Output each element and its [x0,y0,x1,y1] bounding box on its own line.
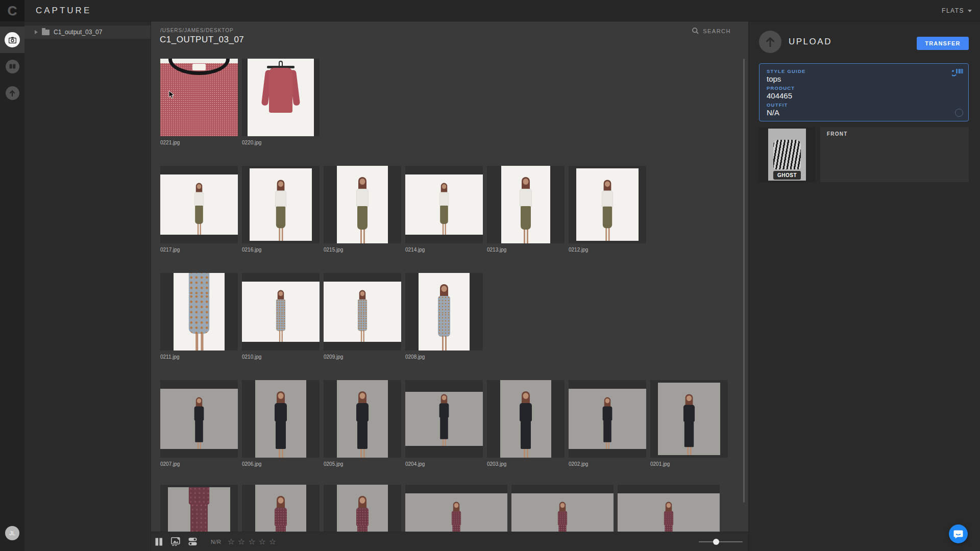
photo-thumbnail[interactable] [242,59,320,136]
photo-filename: 0211.jpg [160,354,238,360]
workflow-selector-dropdown[interactable]: FLATS [942,0,972,21]
star-icon[interactable]: ☆ [238,538,245,546]
photo-cell: 0202.jpg [569,380,646,467]
chat-launcher-button[interactable] [949,524,968,543]
outfit-value: N/A [767,108,961,117]
photo-thumbnail[interactable] [242,380,320,458]
photo-cell: 0207.jpg [160,380,238,467]
photo-thumbnail[interactable] [324,380,401,458]
front-shot-label: FRONT [827,131,847,137]
upload-circle-icon [759,31,781,53]
photo-cell: 0208.jpg [405,273,483,360]
rail-item-upload[interactable] [0,80,24,106]
rail-item-capture[interactable] [0,27,24,53]
workflow-selector-label: FLATS [942,7,964,14]
star-icon[interactable]: ☆ [227,538,234,546]
photo-thumbnail[interactable] [160,166,238,243]
product-value: 404465 [767,91,961,100]
ghost-badge: GHOST [773,171,801,180]
photo-thumbnail[interactable] [160,273,238,350]
photo-cell: 0211.jpg [160,273,238,360]
top-bar: C CAPTURE FLATS [0,0,980,21]
expand-caret-icon[interactable] [35,30,38,34]
bottom-toolbar: N/R ☆ ☆ ☆ ☆ ☆ [151,532,748,551]
rating-label: N/R [211,539,221,545]
upload-title: UPLOAD [789,37,832,47]
photo-filename: 0209.jpg [324,354,401,360]
photo-thumbnail[interactable] [569,166,646,243]
photo-cell: 0214.jpg [405,166,483,253]
photo-group-row: 0217.jpg 0216.jpg 0215.jpg 0214.jpg 0213… [160,166,646,253]
photo-thumbnail[interactable] [324,166,401,243]
photo-filename: 0214.jpg [405,247,483,253]
photo-group-row: 0211.jpg 0210.jpg 0209.jpg 0208.jpg [160,273,483,360]
breadcrumb: /USERS/JAMES/DESKTOP [160,28,234,33]
book-icon [6,60,19,73]
style-guide-label: STYLE GUIDE [767,68,961,74]
photo-filename: 0220.jpg [242,140,320,145]
app-logo[interactable]: C [0,0,24,21]
folder-name: C1_output_03_07 [54,29,102,36]
thumbnail-size-slider[interactable] [699,532,743,551]
photo-thumbnail[interactable] [160,380,238,458]
photo-filename: 0202.jpg [569,461,646,467]
photo-thumbnail[interactable] [487,166,565,243]
photo-thumbnail[interactable] [324,273,401,350]
slider-track [699,541,743,542]
photo-browser: /USERS/JAMES/DESKTOP C1_OUTPUT_03_07 SEA… [151,21,748,551]
photo-cell: 0215.jpg [324,166,401,253]
folder-icon [42,30,50,35]
photo-thumbnail[interactable] [487,380,565,458]
photo-thumbnail[interactable] [160,59,238,136]
vertical-scrollbar[interactable] [743,59,745,503]
filter-toggles-icon[interactable] [187,537,198,547]
photo-filename: 0206.jpg [242,461,320,467]
chat-bubble-icon [953,530,963,539]
photo-filename: 0210.jpg [242,354,320,360]
product-card[interactable]: STYLE GUIDE tops PRODUCT 404465 OUTFIT N… [759,63,969,121]
photo-thumbnail[interactable] [242,273,320,350]
left-icon-rail: JL [0,21,24,551]
view-tools [151,537,198,547]
page-title: C1_OUTPUT_03_07 [160,35,244,45]
photo-filename: 0215.jpg [324,247,401,253]
transfer-button[interactable]: TRANSFER [917,37,969,50]
photo-thumbnail[interactable] [405,380,483,458]
photo-filename: 0204.jpg [405,461,483,467]
photo-thumbnail[interactable] [242,166,320,243]
rescan-barcode-icon[interactable] [952,68,963,79]
photo-filename: 0213.jpg [487,247,565,253]
style-guide-value: tops [767,74,961,83]
photo-filename: 0221.jpg [160,140,238,145]
photo-thumbnail[interactable] [405,273,483,350]
columns-view-icon[interactable] [154,537,164,547]
reference-thumb[interactable]: GHOST [759,127,815,182]
sweater-closeup-photo [160,59,238,136]
photo-thumbnail[interactable] [569,380,646,458]
slider-handle[interactable] [713,539,719,545]
photo-thumbnail[interactable] [650,380,728,458]
front-shot-slot[interactable]: FRONT [820,127,969,182]
camera-icon [5,32,20,47]
star-icon[interactable]: ☆ [258,538,265,546]
sidebar-folder-item[interactable]: C1_output_03_07 [24,26,151,39]
star-icon[interactable]: ☆ [269,538,276,546]
image-edit-icon[interactable] [170,537,181,547]
star-icon[interactable]: ☆ [248,538,255,546]
photo-filename: 0216.jpg [242,247,320,253]
photo-cell: 0205.jpg [324,380,401,467]
photo-group-row: 0207.jpg 0206.jpg 0205.jpg 0204.jpg 0203… [160,380,728,467]
photo-group-row: 0221.jpg 0220.jpg [160,59,320,145]
product-label: PRODUCT [767,85,961,91]
photo-cell: 0212.jpg [569,166,646,253]
rail-item-review[interactable] [0,53,24,80]
search-button[interactable]: SEARCH [692,28,731,34]
avatar-initials: JL [9,530,15,536]
radio-circle[interactable] [955,109,963,117]
photo-cell: 0221.jpg [160,59,238,145]
photo-filename: 0205.jpg [324,461,401,467]
user-avatar[interactable]: JL [5,526,19,540]
photo-filename: 0212.jpg [569,247,646,253]
photo-thumbnail[interactable] [405,166,483,243]
photo-filename: 0201.jpg [650,461,728,467]
